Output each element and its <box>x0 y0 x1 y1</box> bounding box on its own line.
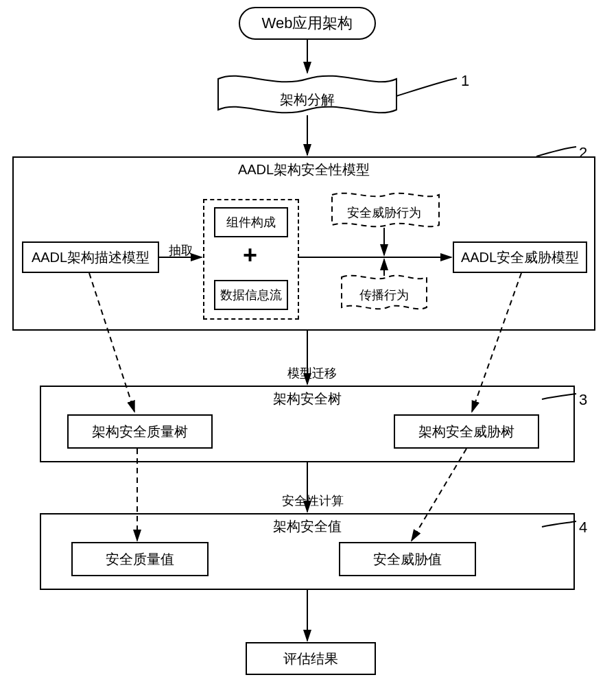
transition34-label: 安全性计算 <box>280 493 346 509</box>
start-node: Web应用架构 <box>239 7 376 40</box>
stage4-title: 架构安全值 <box>41 517 573 536</box>
callout-1: 1 <box>461 72 469 90</box>
dataflow-box: 数据信息流 <box>214 280 288 310</box>
callout-2: 2 <box>579 144 587 162</box>
threat-tree: 架构安全威胁树 <box>394 414 539 449</box>
threat-behavior-label: 安全威胁行为 <box>336 204 432 221</box>
extract-label: 抽取 <box>167 242 195 259</box>
component-box: 组件构成 <box>214 207 288 237</box>
transition23-label: 模型迁移 <box>285 365 340 381</box>
quality-value: 安全质量值 <box>71 542 209 576</box>
quality-tree: 架构安全质量树 <box>67 414 213 449</box>
stage2-title: AADL架构安全性模型 <box>14 161 594 179</box>
callout-4: 4 <box>579 519 587 536</box>
propagation-label: 传播行为 <box>346 287 422 303</box>
threat-value: 安全威胁值 <box>339 542 476 576</box>
aadl-threat-model: AADL安全威胁模型 <box>453 241 587 273</box>
stage3-title: 架构安全树 <box>41 390 573 408</box>
result-node: 评估结果 <box>246 642 376 675</box>
aadl-desc-model: AADL架构描述模型 <box>22 241 159 273</box>
decompose-label: 架构分解 <box>218 82 396 117</box>
plus-sign: + <box>243 243 257 268</box>
callout-3: 3 <box>579 391 587 409</box>
